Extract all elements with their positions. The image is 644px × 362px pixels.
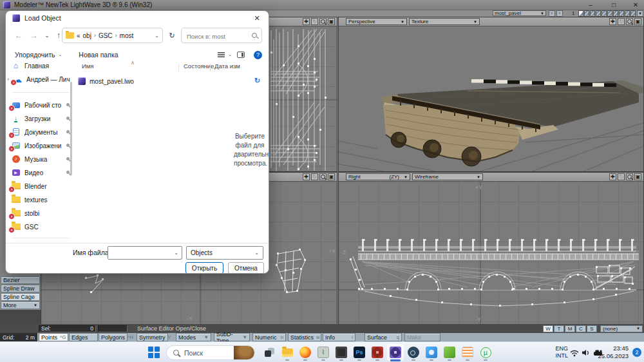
vmap-color-button[interactable]: C xyxy=(576,325,586,332)
layer-cell[interactable] xyxy=(596,10,601,17)
layer-cell[interactable] xyxy=(584,10,589,17)
search-box[interactable] xyxy=(181,28,262,43)
zoom-icon[interactable] xyxy=(626,18,633,25)
file-row[interactable]: most_pavel.lwo ↻ 25.06.202 xyxy=(73,75,234,87)
pan-icon[interactable]: ✚ xyxy=(303,18,310,25)
dialog-close-icon[interactable]: ✕ xyxy=(251,13,263,23)
vmap-selector-dropdown[interactable]: (none) ▼ xyxy=(600,325,643,332)
notification-badge[interactable]: 2 xyxy=(632,348,641,357)
sidebar-item-desktop[interactable]: Рабочий сто xyxy=(11,99,71,111)
tool-spline-draw-button[interactable]: Spline Draw xyxy=(1,285,40,292)
expand-icon[interactable]: ▣ xyxy=(634,173,641,180)
new-folder-button[interactable]: Новая папка xyxy=(79,51,118,59)
render-mode-dropdown[interactable]: Texture ▼ xyxy=(409,18,480,25)
layer-cell[interactable] xyxy=(601,10,607,17)
organize-menu[interactable]: Упорядочить ⌄ xyxy=(15,51,62,59)
sidebar-item-home[interactable]: ⌂ Главная xyxy=(11,60,71,71)
view-type-dropdown[interactable]: Perspective ▼ xyxy=(346,18,407,25)
viewport-perspective[interactable]: Perspective ▼ Texture ▼ ✚ ↻ ▣ xyxy=(338,17,644,172)
preview-pane-toggle[interactable] xyxy=(237,52,245,58)
vmap-selection-button[interactable]: S xyxy=(587,325,597,332)
refresh-icon[interactable]: ↻ xyxy=(166,29,178,42)
sidebar-item-documents[interactable]: Документы xyxy=(11,126,71,138)
info-button[interactable]: Infoi xyxy=(323,333,355,341)
numeric-button[interactable]: Numericn xyxy=(252,333,286,341)
layer-cell[interactable] xyxy=(619,10,624,17)
sidebar-item-downloads[interactable]: ↓ Загрузки xyxy=(11,113,71,124)
file-type-select[interactable]: Objects ⌄ xyxy=(186,246,263,260)
tool-more-dropdown[interactable]: More ▼ xyxy=(1,301,40,309)
sidebar-item-videos[interactable]: ▶ Видео xyxy=(11,167,71,178)
maximize-button[interactable]: □ xyxy=(604,0,623,10)
dialog-titlebar[interactable]: Load Object xyxy=(6,11,269,25)
close-button[interactable]: ✕ xyxy=(626,0,644,10)
breadcrumb-segment[interactable]: most xyxy=(120,32,134,39)
pan-icon[interactable]: ✚ xyxy=(609,18,616,25)
column-header-date[interactable]: Дата изм xyxy=(214,62,240,70)
subd-type-dropdown[interactable]: SubD-Type▼ xyxy=(214,333,250,341)
sidebar-item-textures[interactable]: textures xyxy=(11,194,71,205)
chevron-right-icon[interactable]: › xyxy=(7,76,9,82)
render-mode-dropdown[interactable]: Wireframe ▼ xyxy=(412,173,483,180)
cancel-button[interactable]: Отмена xyxy=(228,262,264,274)
clock[interactable]: 23:45 25.06.2023 xyxy=(598,345,629,360)
chevron-down-icon[interactable]: ⌄ xyxy=(174,250,178,256)
view-type-dropdown[interactable]: Right (ZY) ▼ xyxy=(346,173,410,180)
sidebar-item-blender[interactable]: Blender xyxy=(11,180,71,192)
zoom-icon[interactable] xyxy=(626,173,633,180)
recent-locations-icon[interactable]: ⌄ xyxy=(41,29,53,42)
viewport-right-view[interactable]: Right (ZY) ▼ Wireframe ▼ ✚ ↻ ▣ xyxy=(338,172,644,325)
search-input[interactable] xyxy=(185,30,250,42)
minimize-button[interactable]: – xyxy=(581,0,600,10)
make-button[interactable]: Make xyxy=(404,333,440,341)
object-selector[interactable]: most_pavel ▼ xyxy=(493,10,546,16)
forward-icon[interactable]: → xyxy=(28,29,41,42)
expand-icon[interactable]: ▣ xyxy=(634,18,641,25)
layer-cell[interactable] xyxy=(613,10,618,17)
breadcrumb-segment[interactable]: GSC xyxy=(99,32,113,39)
zoom-icon[interactable] xyxy=(319,18,327,25)
vmap-morph-button[interactable]: M xyxy=(565,325,575,332)
prev-layer-button[interactable]: ‹ xyxy=(549,10,555,17)
help-button[interactable]: ? xyxy=(254,51,262,59)
next-layer-button[interactable]: › xyxy=(556,10,563,17)
layer-bank[interactable] xyxy=(578,10,636,17)
sidebar-item-onedrive[interactable]: › ☁ Андрей — Лич xyxy=(7,73,71,85)
rotate-icon[interactable]: ↻ xyxy=(618,173,625,180)
edges-mode-button[interactable]: Edges xyxy=(69,333,98,341)
layer-cell[interactable] xyxy=(630,10,636,17)
viewport-perspective-canvas[interactable] xyxy=(339,26,643,171)
symmetry-button[interactable]: SymmetryY xyxy=(137,333,168,341)
view-mode-menu[interactable]: ⌄ xyxy=(218,52,232,58)
sidebar-scrollbar[interactable] xyxy=(70,82,72,175)
sidebar-item-music[interactable]: ♪ Музыка xyxy=(11,153,71,165)
sidebar-item-stolbi[interactable]: stolbi xyxy=(11,207,71,219)
language-indicator[interactable]: ENG INTL xyxy=(555,345,568,359)
rotate-icon[interactable]: ↻ xyxy=(311,173,318,180)
surface-button[interactable]: Surfaceq xyxy=(365,333,402,341)
filename-combo[interactable]: ⌄ xyxy=(108,246,182,260)
layer-cell[interactable] xyxy=(607,10,612,17)
rotate-icon[interactable]: ↻ xyxy=(618,18,625,25)
sidebar-item-gsc[interactable]: GSC xyxy=(11,221,71,233)
sidebar-item-pictures[interactable]: Изображени xyxy=(11,140,71,151)
layer-cell[interactable] xyxy=(625,10,630,17)
chevron-down-icon[interactable]: ⌄ xyxy=(155,33,159,39)
viewport-right-canvas[interactable]: +Y -Y -Z +Z xyxy=(339,182,643,324)
vmap-weight-button[interactable]: W xyxy=(543,325,553,332)
open-button[interactable]: Открыть xyxy=(185,262,223,274)
modes-dropdown[interactable]: Modes▼ xyxy=(176,333,211,341)
layer-dropdown[interactable]: ▼ xyxy=(637,10,643,17)
pan-icon[interactable]: ✚ xyxy=(609,173,616,180)
rotate-icon[interactable]: ↻ xyxy=(311,18,318,25)
breadcrumb-segment[interactable]: obj xyxy=(83,32,91,39)
statistics-button[interactable]: Statisticsw xyxy=(288,333,321,341)
expand-icon[interactable]: ▣ xyxy=(328,18,335,25)
polygons-mode-button[interactable]: Polygons^H xyxy=(99,333,128,341)
points-mode-button[interactable]: Points^G xyxy=(39,333,68,341)
back-icon[interactable]: ← xyxy=(12,29,25,42)
layer-cell[interactable] xyxy=(578,10,583,17)
column-header-name[interactable]: Имя xyxy=(82,62,94,70)
expand-icon[interactable]: ▣ xyxy=(328,173,335,180)
tray-chevron-icon[interactable]: ∧ xyxy=(0,348,547,356)
